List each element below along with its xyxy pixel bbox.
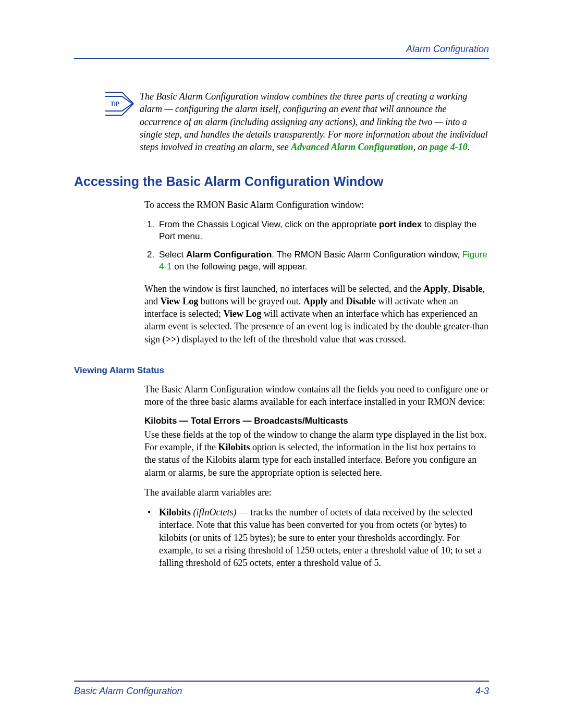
p-b1: Apply	[423, 283, 448, 294]
var-mib: (ifInOctets)	[191, 507, 236, 517]
post-steps-paragraph: When the window is first launched, no in…	[144, 282, 489, 346]
tip-block: TIP The Basic Alarm Configuration window…	[74, 90, 489, 153]
tip-text-after: .	[468, 142, 470, 152]
alarm-types-paragraph: Use these fields at the top of the windo…	[144, 428, 489, 479]
p-b3: View Log	[161, 296, 199, 306]
viewing-block: The Basic Alarm Configuration window con…	[144, 383, 489, 570]
running-header: Alarm Configuration	[74, 44, 489, 55]
footer-left: Basic Alarm Configuration	[74, 686, 182, 697]
tip-text-mid: , on	[413, 142, 430, 152]
step-1-text-a: From the Chassis Logical View, click on …	[159, 219, 379, 229]
tip-text: The Basic Alarm Configuration window com…	[136, 90, 489, 153]
tip-page-ref[interactable]: page 4-10	[430, 142, 467, 152]
page-footer: Basic Alarm Configuration 4-3	[74, 681, 489, 697]
step-1: From the Chassis Logical View, click on …	[157, 219, 489, 243]
p-e: buttons will be grayed out.	[198, 296, 303, 306]
header-rule	[74, 58, 489, 59]
p-b6: View Log	[223, 309, 261, 319]
available-intro: The available alarm variables are:	[144, 486, 489, 499]
tip-label: TIP	[111, 101, 119, 107]
p-a: When the window is first launched, no in…	[144, 283, 423, 294]
step-2-text-a: Select	[159, 250, 186, 260]
alarm-types-heading: Kilobits — Total Errors — Broadcasts/Mul…	[144, 416, 489, 426]
footer-page-number: 4-3	[475, 686, 489, 697]
page: Alarm Configuration TIP The Basic Alarm …	[0, 0, 563, 728]
section-heading: Accessing the Basic Alarm Configuration …	[74, 174, 489, 189]
step-2: Select Alarm Configuration. The RMON Bas…	[157, 249, 489, 273]
atp-b: Kilobits	[218, 442, 250, 452]
variables-list: Kilobits (ifInOctets) — tracks the numbe…	[144, 506, 489, 569]
step-2-text-b: . The RMON Basic Alarm Configuration win…	[272, 250, 462, 260]
step-2-bold: Alarm Configuration	[186, 250, 272, 260]
p-b2: Disable	[452, 283, 482, 294]
viewing-intro: The Basic Alarm Configuration window con…	[144, 383, 489, 409]
tip-xref-link[interactable]: Advanced Alarm Configuration	[291, 142, 413, 152]
tip-icon: TIP	[104, 91, 136, 118]
p-c: ,	[448, 283, 452, 294]
body-block: To access the RMON Basic Alarm Configura…	[144, 199, 489, 346]
intro-paragraph: To access the RMON Basic Alarm Configura…	[144, 199, 489, 211]
viewing-alarm-status-heading: Viewing Alarm Status	[74, 365, 489, 376]
var-name: Kilobits	[159, 507, 191, 517]
variable-kilobits: Kilobits (ifInOctets) — tracks the numbe…	[144, 506, 489, 569]
step-1-bold: port index	[379, 219, 422, 229]
step-2-text-c: on the following page, will appear.	[172, 262, 308, 272]
p-i: ) displayed to the left of the threshold…	[176, 334, 406, 344]
p-b5: Disable	[346, 296, 376, 306]
p-f: and	[328, 296, 346, 306]
steps-list: From the Chassis Logical View, click on …	[144, 219, 489, 273]
p-b4: Apply	[303, 296, 328, 306]
p-b7: >>	[166, 334, 177, 344]
